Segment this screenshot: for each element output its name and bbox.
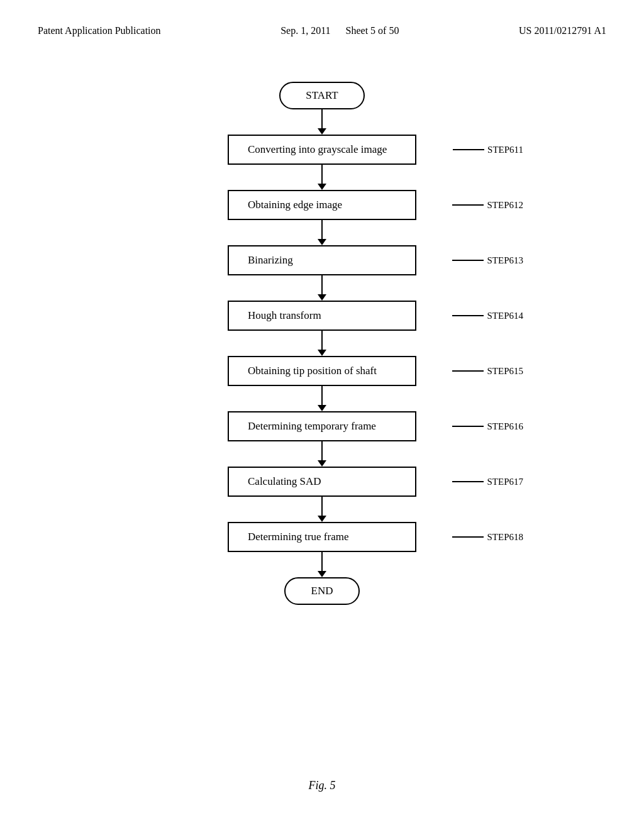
page-header: Patent Application Publication Sep. 1, 2… [0,0,644,36]
end-label: END [311,585,333,597]
step615-name: STEP615 [452,366,523,377]
step618-box: Determining true frame [228,522,416,552]
step613-label: Binarizing [248,254,293,266]
step617-row: Calculating SAD STEP617 [102,467,542,497]
start-row: START [102,82,542,109]
step611-box: Converting into grayscale image [228,135,416,165]
step614-label: Hough transform [248,309,321,321]
step613-box: Binarizing [228,245,416,275]
step613-row: Binarizing STEP613 [102,245,542,275]
step611-label: Converting into grayscale image [248,143,387,155]
header-sheet: Sheet 5 of 50 [346,25,399,36]
step612-row: Obtaining edge image STEP612 [102,190,542,220]
step617-label: Calculating SAD [248,475,321,487]
figure-caption: Fig. 5 [309,779,336,792]
header-left: Patent Application Publication [38,25,161,36]
step616-box: Determining temporary frame [228,411,416,441]
step614-row: Hough transform STEP614 [102,301,542,331]
start-box: START [279,82,364,109]
step616-row: Determining temporary frame STEP616 [102,411,542,441]
step611-row: Converting into grayscale image STEP611 [102,135,542,165]
step612-name: STEP612 [452,200,523,211]
step618-label: Determining true frame [248,531,349,543]
step613-name: STEP613 [452,255,523,266]
end-row: END [102,577,542,605]
step615-row: Obtaining tip position of shaft STEP615 [102,356,542,386]
step616-label: Determining temporary frame [248,420,376,432]
step617-box: Calculating SAD [228,467,416,497]
step618-name: STEP618 [452,532,523,543]
step612-box: Obtaining edge image [228,190,416,220]
step618-row: Determining true frame STEP618 [102,522,542,552]
header-center: Sep. 1, 2011 Sheet 5 of 50 [280,25,399,36]
step614-box: Hough transform [228,301,416,331]
step615-label: Obtaining tip position of shaft [248,365,377,377]
step614-name: STEP614 [452,311,523,321]
step617-name: STEP617 [452,477,523,487]
step615-box: Obtaining tip position of shaft [228,356,416,386]
step611-name: STEP611 [453,145,523,155]
end-box: END [284,577,360,605]
step612-label: Obtaining edge image [248,199,342,211]
flowchart: START Converting into grayscale image ST… [102,82,542,605]
header-right: US 2011/0212791 A1 [519,25,606,36]
start-label: START [306,89,338,101]
header-date: Sep. 1, 2011 [280,25,330,36]
step616-name: STEP616 [452,421,523,432]
